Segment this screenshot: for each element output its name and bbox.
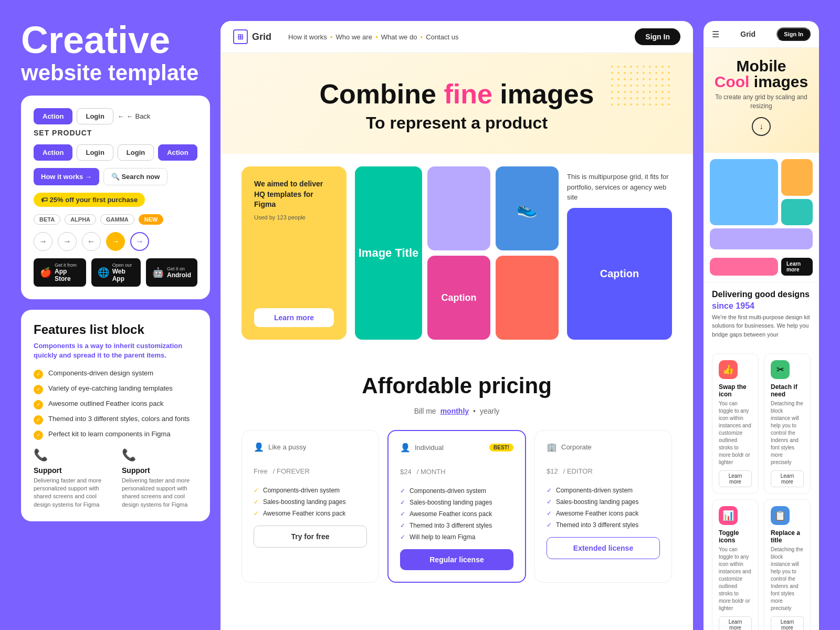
tag-beta: BETA (34, 214, 60, 225)
mobile-learn-more-btn[interactable]: Learn more (781, 258, 813, 276)
feature-text-4: Themed into 3 different styles, colors a… (48, 415, 190, 423)
billing-label: Bill me (414, 407, 436, 415)
discount-badge: 🏷 25% off your first purchase (34, 193, 145, 207)
feat-card-2: ✂ Detach if need Detaching the block ins… (764, 353, 811, 494)
android-top-label: Get it on (167, 266, 191, 271)
pf-check-ind-5: ✓ (400, 533, 405, 541)
mobile-navbar: ☰ Grid Sign In (704, 21, 819, 48)
billing-yearly[interactable]: yearly (480, 407, 499, 415)
nav-link-what[interactable]: What we do (381, 33, 417, 41)
replace-icon: 📋 (771, 506, 790, 525)
tag-alpha: ALPHA (65, 214, 96, 225)
pf-label-ind-2: Sales-boosting landing pages (410, 499, 492, 506)
grid-image-shoe: 👟 (496, 166, 559, 250)
pf-ind-4: ✓Themed into 3 different styles (400, 522, 513, 529)
nav-signin-btn[interactable]: Sign In (635, 28, 680, 45)
hero-heading-post: images (492, 79, 594, 109)
login-btn-3[interactable]: Login (118, 144, 154, 161)
hero-section: Combine fine images To represent a produ… (220, 53, 693, 154)
mobile-hero-sub: To create any grid by scaling and resizi… (712, 93, 811, 111)
pf-check-corp-4: ✓ (547, 521, 552, 529)
mobile-signin-btn[interactable]: Sign In (776, 27, 811, 41)
action-btn-2[interactable]: Action (34, 144, 72, 161)
mobile-grid-blue (710, 159, 778, 225)
pf-check-3: ✓ (254, 510, 259, 517)
detach-icon: ✂ (771, 360, 790, 379)
support-item-1: 📞 Support Delivering faster and more per… (34, 448, 109, 509)
android-btn[interactable]: 🤖 Get it on Android (146, 258, 197, 287)
middle-panel: ⊞ Grid How it works ● Who we are ● What … (220, 21, 693, 630)
hamburger-icon[interactable]: ☰ (712, 29, 719, 39)
grid-image-pink: Caption (427, 256, 490, 340)
arrow-btn-3[interactable]: ← (82, 232, 101, 251)
feat-learn-btn-1[interactable]: Learn more (719, 470, 752, 487)
grid-section: We aimed to deliver HQ templates for Fig… (220, 154, 693, 352)
arrow-btn-5[interactable]: → (130, 232, 149, 251)
pricing-cards: 👤 Like a pussy Free / FOREVER ✓Component… (242, 430, 672, 583)
action-btn-1[interactable]: Action (34, 108, 72, 124)
billing-monthly[interactable]: monthly (440, 407, 469, 415)
support-icon-2: 📞 (122, 448, 197, 462)
nav-link-who[interactable]: Who we are (336, 33, 372, 41)
tier-icon-corporate: 🏢 (547, 442, 557, 452)
try-free-btn[interactable]: Try for free (254, 526, 367, 548)
mobile-section-1: Delivering good designs since 1954 We're… (704, 282, 819, 346)
pf-corp-1: ✓Components-driven system (547, 487, 660, 494)
arrow-btn-2[interactable]: → (58, 232, 77, 251)
nav-link-how[interactable]: How it works (288, 33, 327, 41)
pf-check-1: ✓ (254, 487, 259, 494)
login-btn-2[interactable]: Login (77, 144, 113, 161)
caption-card: Caption (567, 208, 672, 340)
features-list-card: Features list block Components is a way … (21, 310, 210, 521)
tag-gamma: GAMMA (100, 214, 134, 225)
how-it-works-btn[interactable]: How it works → (34, 168, 99, 185)
feat-card-desc-4: Detaching the block instance will help y… (771, 546, 804, 612)
nav-link-contact[interactable]: Contact us (426, 33, 458, 41)
tags-row: BETA ALPHA GAMMA NEW (34, 214, 197, 225)
feature-item-5: ✓ Perfect kit to learn components in Fig… (34, 430, 197, 440)
mobile-title-1: Mobile (737, 57, 786, 75)
billing-separator: • (473, 407, 476, 415)
hero-heading-pre: Combine (319, 79, 444, 109)
hero-subtitle: website template (21, 61, 210, 85)
feat-learn-btn-4[interactable]: Learn more (771, 616, 804, 630)
nav-links: How it works ● Who we are ● What we do ●… (288, 33, 458, 41)
pricing-title: Affordable pricing (242, 373, 672, 398)
feature-text-5: Perfect kit to learn components in Figma (48, 430, 171, 438)
feat-card-title-2: Detach if need (771, 383, 804, 398)
learn-more-btn[interactable]: Learn more (254, 308, 334, 327)
right-panel: ☰ Grid Sign In Mobile Cool images To cre… (704, 21, 819, 630)
tag-new: NEW (139, 214, 164, 225)
feat-learn-btn-2[interactable]: Learn more (771, 470, 804, 487)
pf-label-corp-3: Awesome Feather icons pack (556, 510, 638, 517)
mobile-nav-logo: Grid (740, 30, 755, 38)
feat-card-4: 📋 Replace a title Detaching the block in… (764, 499, 811, 630)
feat-learn-btn-3[interactable]: Learn more (719, 616, 752, 630)
tier-label-individual: Individual (415, 444, 444, 452)
pf-label-free-2: Sales-boosting landing pages (263, 498, 345, 506)
support-icon-1: 📞 (34, 448, 109, 462)
regular-license-btn[interactable]: Regular license (400, 549, 513, 570)
arrow-btn-4[interactable]: → (106, 232, 125, 251)
price-period-corporate: / EDITOR (563, 467, 593, 475)
extended-license-btn[interactable]: Extended license (547, 537, 660, 559)
app-store-btn[interactable]: 🍎 Get it from App Store (34, 258, 86, 287)
support-title-1: Support (34, 466, 109, 475)
pf-label-free-1: Components-driven system (263, 487, 340, 494)
appstore-top-label: Get it from (55, 262, 80, 268)
arrow-btn-1[interactable]: → (34, 232, 52, 251)
check-icon-3: ✓ (34, 400, 43, 410)
web-app-btn[interactable]: 🌐 Open our Web App (91, 258, 141, 287)
pf-check-corp-2: ✓ (547, 498, 552, 506)
action-btn-3[interactable]: Action (158, 144, 197, 161)
price-value-individual: $24 (400, 468, 412, 476)
section-title-pre: Delivering good designs (712, 290, 810, 299)
hero-dots-decoration (609, 64, 672, 106)
toggle-icon: 📊 (719, 506, 738, 525)
feat-card-desc-3: You can toggle to any icon within instan… (719, 546, 752, 612)
search-now-btn[interactable]: 🔍 Search now (103, 168, 168, 185)
info-card: This is multipurpose grid, it fits for p… (567, 166, 672, 340)
left-panel: Creative website template Action Login ←… (21, 21, 210, 630)
login-btn-1[interactable]: Login (77, 108, 113, 124)
support-desc-1: Delivering faster and more personalized … (34, 477, 109, 509)
